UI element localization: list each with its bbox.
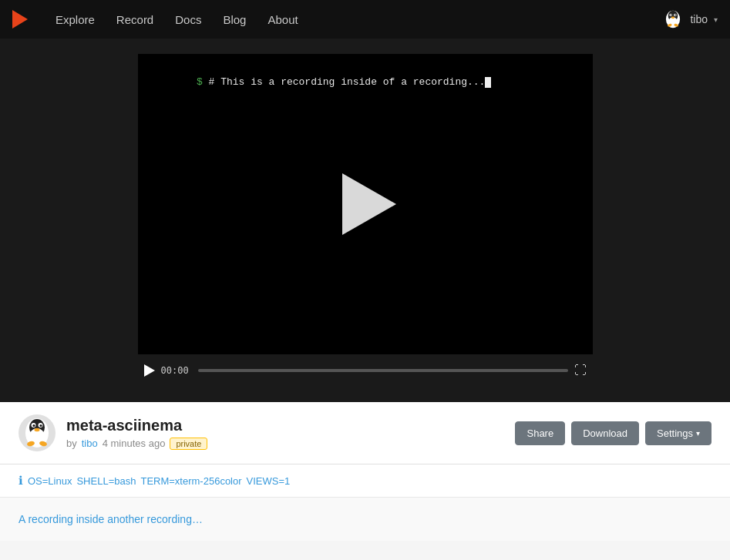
svg-point-19 — [40, 424, 42, 427]
play-triangle-icon — [342, 173, 396, 235]
settings-label: Settings — [657, 428, 693, 439]
description-section: A recording inside another recording… — [0, 498, 730, 541]
play-pause-button[interactable] — [144, 364, 155, 377]
meta-views: VIEWS=1 — [247, 475, 291, 487]
meta-bar: ℹ OS=Linux SHELL=bash TERM=xterm-256colo… — [0, 464, 730, 498]
nav-explore[interactable]: Explore — [46, 8, 104, 31]
username-label: tibo — [690, 13, 708, 25]
tux-avatar-icon — [662, 8, 684, 30]
fullscreen-button[interactable]: ⛶ — [574, 364, 587, 377]
meta-term: TERM=xterm-256color — [140, 475, 241, 487]
svg-point-7 — [675, 15, 677, 16]
share-button[interactable]: Share — [515, 421, 565, 445]
download-button[interactable]: Download — [571, 421, 639, 445]
terminal-text: $ # This is a recording inside of a reco… — [149, 65, 492, 99]
by-label: by — [66, 438, 77, 449]
user-menu[interactable]: tibo ▾ — [662, 8, 718, 30]
nav-docs[interactable]: Docs — [166, 8, 210, 31]
video-wrapper: $ # This is a recording inside of a reco… — [138, 54, 593, 387]
recording-info: meta-asciinema by tibo 4 minutes ago pri… — [19, 414, 207, 451]
settings-caret-icon: ▾ — [696, 429, 700, 438]
progress-bar[interactable] — [198, 369, 568, 372]
svg-point-18 — [33, 424, 35, 427]
terminal-cursor — [485, 77, 491, 88]
info-icon: ℹ — [19, 474, 23, 488]
nav-blog[interactable]: Blog — [214, 8, 255, 31]
terminal-screen[interactable]: $ # This is a recording inside of a reco… — [138, 54, 593, 354]
svg-point-8 — [671, 17, 674, 19]
svg-point-20 — [35, 428, 40, 431]
author-avatar-icon — [19, 414, 56, 451]
nav-record[interactable]: Record — [107, 8, 163, 31]
visibility-badge: private — [170, 438, 207, 450]
recording-title: meta-asciinema — [66, 417, 207, 434]
description-text: A recording inside another recording… — [19, 513, 711, 525]
meta-os: OS=Linux — [28, 475, 72, 487]
meta-shell: SHELL=bash — [76, 475, 136, 487]
brand-play-icon — [12, 10, 28, 29]
recording-meta: by tibo 4 minutes ago private — [66, 438, 207, 450]
video-section: $ # This is a recording inside of a reco… — [0, 39, 730, 402]
recording-title-block: meta-asciinema by tibo 4 minutes ago pri… — [66, 417, 207, 450]
play-button-overlay[interactable] — [335, 173, 396, 235]
nav-about[interactable]: About — [258, 8, 307, 31]
terminal-command: # This is a recording inside of a record… — [203, 76, 486, 88]
video-controls: 00:00 ⛶ — [138, 354, 593, 387]
info-section: meta-asciinema by tibo 4 minutes ago pri… — [0, 402, 730, 464]
navbar: Explore Record Docs Blog About tibo ▾ — [0, 0, 730, 39]
time-ago: 4 minutes ago — [103, 438, 166, 449]
user-menu-caret: ▾ — [714, 15, 718, 24]
action-buttons: Share Download Settings ▾ — [515, 421, 711, 445]
nav-links: Explore Record Docs Blog About — [46, 8, 662, 31]
brand-logo[interactable] — [12, 10, 28, 29]
author-link[interactable]: tibo — [82, 438, 98, 449]
settings-button[interactable]: Settings ▾ — [645, 421, 711, 445]
svg-point-6 — [671, 15, 672, 16]
time-display: 00:00 — [161, 365, 192, 376]
terminal-prompt: $ — [197, 76, 203, 88]
